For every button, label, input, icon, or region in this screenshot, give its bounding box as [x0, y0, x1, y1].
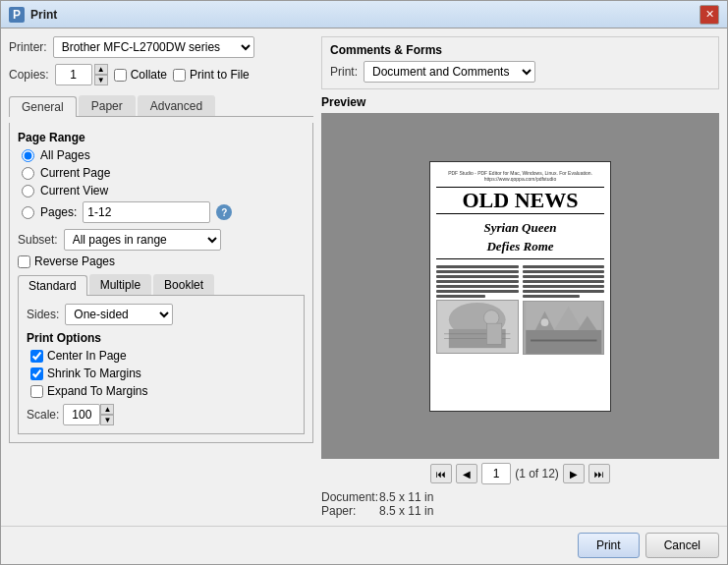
print-button[interactable]: Print	[578, 533, 640, 558]
shrink-to-margins-text: Shrink To Margins	[47, 367, 141, 380]
document-key: Document:	[321, 490, 375, 504]
current-view-radio[interactable]	[22, 185, 34, 198]
sub-tab-multiple[interactable]: Multiple	[89, 274, 151, 295]
document-value: 8.5 x 11 in	[379, 490, 433, 504]
collate-checkbox[interactable]	[114, 69, 127, 82]
printer-select[interactable]: Brother MFC-L2700DW series	[53, 36, 254, 58]
page-input[interactable]	[481, 463, 511, 484]
page-of-label: (1 of 12)	[515, 467, 559, 480]
print-to-file-checkbox[interactable]	[173, 69, 186, 82]
page-nav: ⏮ ◀ (1 of 12) ▶ ⏭	[321, 463, 719, 484]
doc-info: Document: 8.5 x 11 in Paper: 8.5 x 11 in	[321, 490, 719, 518]
pages-option[interactable]: Pages:	[22, 205, 77, 219]
printer-label: Printer:	[9, 40, 47, 54]
preview-page: PDF Studio - PDF Editor for Mac, Windows…	[429, 161, 611, 412]
preview-area: PDF Studio - PDF Editor for Mac, Windows…	[321, 113, 719, 459]
tab-general[interactable]: General	[9, 96, 77, 117]
all-pages-option[interactable]: All Pages	[22, 148, 305, 162]
print-to-file-label[interactable]: Print to File	[173, 68, 250, 82]
preview-subhead2: Defies Rome	[436, 239, 604, 254]
dialog-body: Printer: Brother MFC-L2700DW series Copi…	[1, 28, 727, 526]
print-options-list: Center In Page Shrink To Margins Expand …	[27, 349, 296, 398]
collate-checkbox-label[interactable]: Collate	[114, 68, 167, 82]
print-dialog: P Print ✕ Printer: Brother MFC-L2700DW s…	[0, 0, 728, 565]
svg-rect-13	[531, 339, 596, 341]
shrink-to-margins-label[interactable]: Shrink To Margins	[30, 367, 296, 380]
subset-label: Subset:	[18, 233, 58, 247]
sides-row: Sides: One-sided	[27, 304, 296, 325]
reverse-pages-label[interactable]: Reverse Pages	[18, 254, 305, 268]
current-page-radio[interactable]	[22, 167, 34, 180]
comments-forms-row: Print: Document and Comments Document Fo…	[330, 61, 710, 83]
paper-key: Paper:	[321, 504, 375, 518]
left-panel: Printer: Brother MFC-L2700DW series Copi…	[9, 36, 313, 518]
preview-watermark: PDF Studio - PDF Editor for Mac, Windows…	[436, 170, 604, 183]
nav-first-button[interactable]: ⏮	[430, 464, 452, 483]
page-range-group: All Pages Current Page Current View Page…	[18, 148, 305, 223]
printer-row: Printer: Brother MFC-L2700DW series	[9, 36, 313, 58]
dialog-footer: Print Cancel	[1, 526, 727, 564]
center-in-page-label[interactable]: Center In Page	[30, 349, 296, 363]
center-in-page-text: Center In Page	[47, 349, 127, 363]
center-in-page-checkbox[interactable]	[30, 350, 43, 363]
all-pages-label: All Pages	[40, 148, 90, 162]
preview-image-top	[436, 300, 519, 354]
copies-down-button[interactable]: ▼	[94, 75, 108, 85]
copies-label: Copies:	[9, 68, 49, 82]
paper-value: 8.5 x 11 in	[379, 504, 433, 518]
sides-select[interactable]: One-sided	[65, 304, 173, 325]
dialog-icon: P	[9, 7, 25, 23]
document-info-row: Document: 8.5 x 11 in	[321, 490, 719, 504]
expand-to-margins-checkbox[interactable]	[30, 385, 43, 398]
pages-radio[interactable]	[22, 206, 34, 219]
current-view-label: Current View	[40, 184, 108, 198]
sub-tab-standard[interactable]: Standard	[18, 275, 87, 296]
scale-down-button[interactable]: ▼	[100, 415, 114, 425]
cf-print-select[interactable]: Document and Comments Document Form Fiel…	[364, 61, 535, 83]
reverse-pages-text: Reverse Pages	[34, 254, 115, 268]
scale-input[interactable]	[63, 404, 100, 425]
all-pages-radio[interactable]	[22, 149, 34, 162]
print-options-title: Print Options	[27, 331, 296, 345]
nav-last-button[interactable]: ⏭	[588, 464, 610, 483]
pages-input[interactable]	[83, 201, 210, 223]
expand-to-margins-text: Expand To Margins	[47, 384, 148, 398]
copies-up-button[interactable]: ▲	[94, 64, 108, 75]
sub-tab-bar: Standard Multiple Booklet	[18, 274, 305, 296]
preview-headline: OLD NEWS	[436, 189, 604, 212]
preview-image-bottom	[523, 301, 605, 355]
pages-label: Pages:	[40, 205, 77, 219]
print-to-file-text: Print to File	[190, 68, 250, 82]
copies-row: Copies: ▲ ▼ Collate Print to File	[9, 64, 313, 85]
main-tab-bar: General Paper Advanced	[9, 95, 313, 117]
preview-label: Preview	[321, 95, 719, 109]
sub-tab-booklet[interactable]: Booklet	[153, 274, 214, 295]
cf-print-label: Print:	[330, 65, 358, 79]
tab-advanced[interactable]: Advanced	[138, 95, 215, 116]
comments-forms-section: Comments & Forms Print: Document and Com…	[321, 36, 719, 89]
tab-paper[interactable]: Paper	[79, 95, 136, 116]
pages-help-icon[interactable]: ?	[216, 204, 232, 220]
dialog-title: Print	[30, 8, 700, 22]
page-range-title: Page Range	[18, 131, 305, 144]
preview-subhead1: Syrian Queen	[436, 220, 604, 236]
cancel-button[interactable]: Cancel	[645, 533, 719, 558]
shrink-to-margins-checkbox[interactable]	[30, 367, 43, 380]
comments-forms-title: Comments & Forms	[330, 43, 710, 57]
subset-row: Subset: All pages in range	[18, 229, 305, 251]
copies-input[interactable]	[55, 64, 92, 85]
current-view-option[interactable]: Current View	[22, 184, 305, 198]
close-button[interactable]: ✕	[700, 5, 719, 25]
reverse-pages-checkbox[interactable]	[18, 255, 30, 268]
nav-prev-button[interactable]: ◀	[456, 464, 477, 483]
collate-label: Collate	[131, 68, 167, 82]
scale-up-button[interactable]: ▲	[100, 404, 114, 415]
current-page-label: Current Page	[40, 166, 110, 180]
svg-rect-6	[486, 323, 501, 344]
nav-next-button[interactable]: ▶	[563, 464, 585, 483]
expand-to-margins-label[interactable]: Expand To Margins	[30, 384, 296, 398]
reverse-pages-row: Reverse Pages	[18, 254, 305, 268]
title-bar: P Print ✕	[1, 1, 727, 28]
subset-select[interactable]: All pages in range	[64, 229, 221, 251]
current-page-option[interactable]: Current Page	[22, 166, 305, 180]
